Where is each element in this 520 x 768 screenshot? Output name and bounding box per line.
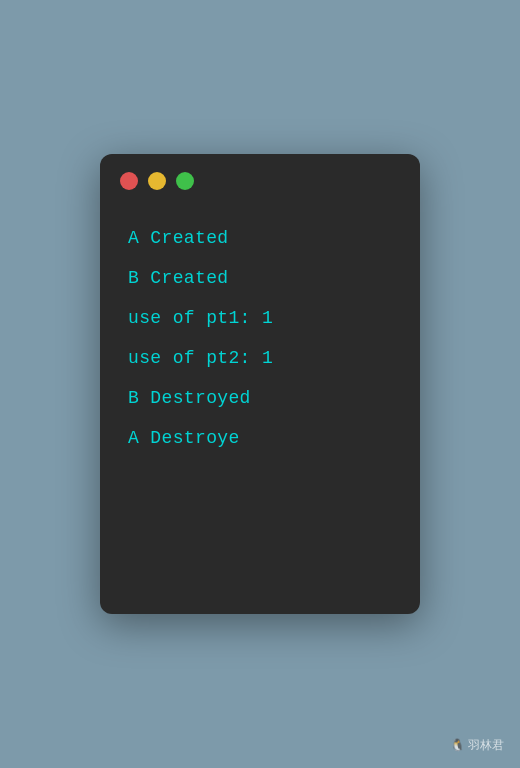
terminal-line: A Created — [128, 218, 392, 258]
terminal-content: A Created B Created use of pt1: 1 use of… — [100, 208, 420, 468]
maximize-button[interactable] — [176, 172, 194, 190]
terminal-line: use of pt1: 1 — [128, 298, 392, 338]
minimize-button[interactable] — [148, 172, 166, 190]
close-button[interactable] — [120, 172, 138, 190]
terminal-line: B Destroyed — [128, 378, 392, 418]
terminal-line: B Created — [128, 258, 392, 298]
terminal-window: A Created B Created use of pt1: 1 use of… — [100, 154, 420, 614]
terminal-line: A Destroye — [128, 418, 392, 458]
title-bar — [100, 154, 420, 208]
terminal-line: use of pt2: 1 — [128, 338, 392, 378]
watermark: 🐧 羽林君 — [450, 737, 504, 754]
